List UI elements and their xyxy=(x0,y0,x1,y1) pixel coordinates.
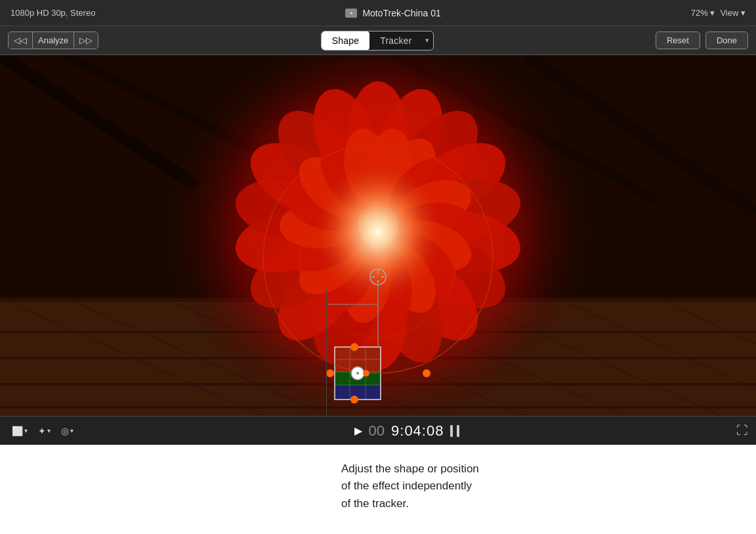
analyze-controls: ◁◁ Analyze ▷▷ xyxy=(8,31,98,49)
action-buttons: Reset Done xyxy=(656,31,748,49)
film-icon: ▪ xyxy=(345,9,357,18)
fullscreen-button[interactable]: ⛶ xyxy=(736,424,748,438)
magic-tool-button[interactable]: ✦ ▾ xyxy=(34,423,54,439)
top-bar: 1080p HD 30p, Stereo ▪ MotoTrek-China 01… xyxy=(0,0,756,26)
speed-icon: ◎ xyxy=(61,426,69,436)
tool-buttons: ⬜ ▾ ✦ ▾ ◎ ▾ xyxy=(8,423,77,439)
forward-button[interactable]: ▷▷ xyxy=(74,32,98,49)
tracker-tab-container: Tracker ▾ xyxy=(369,31,432,50)
speed-tool-button[interactable]: ◎ ▾ xyxy=(57,423,77,439)
tracker-chevron-icon: ▾ xyxy=(425,36,429,45)
format-label: 1080p HD 30p, Stereo xyxy=(10,8,95,18)
svg-point-78 xyxy=(423,369,430,377)
tracker-tab[interactable]: Tracker xyxy=(369,31,422,50)
timecode-display: 9:04:08 xyxy=(391,422,444,440)
shape-tracker-group: Shape Tracker ▾ xyxy=(321,31,434,51)
analyze-group: ◁◁ Analyze ▷▷ xyxy=(8,31,98,49)
pause-bar-2 xyxy=(457,425,459,437)
view-controls: 72% ▾ View ▾ xyxy=(691,8,746,18)
speed-chevron-icon: ▾ xyxy=(70,427,74,434)
reset-button[interactable]: Reset xyxy=(656,31,700,49)
crop-tool-button[interactable]: ⬜ ▾ xyxy=(8,423,32,439)
svg-point-77 xyxy=(350,343,358,351)
magic-icon: ✦ xyxy=(38,426,46,436)
rewind-button[interactable]: ◁◁ xyxy=(9,32,32,49)
toolbar: ◁◁ Analyze ▷▷ Shape Tracker ▾ Reset Done xyxy=(0,26,756,55)
fullscreen-icon: ⛶ xyxy=(736,424,748,437)
svg-point-79 xyxy=(326,369,334,377)
zoom-button[interactable]: 72% ▾ xyxy=(691,8,715,18)
timecode-prefix: 00 xyxy=(369,422,385,440)
video-background xyxy=(0,55,756,416)
magic-chevron-icon: ▾ xyxy=(47,427,51,434)
clip-title: MotoTrek-China 01 xyxy=(362,8,440,18)
svg-point-83 xyxy=(363,370,369,377)
caption-text: Adjust the shape or position of the effe… xyxy=(341,461,479,512)
title-area: ▪ MotoTrek-China 01 xyxy=(345,8,440,18)
view-button[interactable]: View ▾ xyxy=(720,8,746,18)
analyze-button[interactable]: Analyze xyxy=(32,32,74,49)
fullscreen-control: ⛶ xyxy=(736,424,748,438)
crop-chevron-icon: ▾ xyxy=(24,427,28,434)
svg-point-82 xyxy=(356,372,359,375)
shape-tab[interactable]: Shape xyxy=(322,31,369,50)
play-button[interactable]: ▶ xyxy=(354,424,362,437)
pause-button[interactable] xyxy=(450,425,459,437)
done-button[interactable]: Done xyxy=(705,31,748,49)
video-area xyxy=(0,55,756,416)
playback-controls: ▶ 00 9:04:08 xyxy=(85,422,728,440)
shape-tracker-controls: Shape Tracker ▾ xyxy=(321,31,434,51)
pause-bar-1 xyxy=(450,425,453,437)
svg-point-80 xyxy=(350,396,358,403)
crop-icon: ⬜ xyxy=(12,426,23,436)
playback-bar: ⬜ ▾ ✦ ▾ ◎ ▾ ▶ 00 9:04:08 ⛶ xyxy=(0,416,756,445)
caption-area: Adjust the shape or position of the effe… xyxy=(0,445,756,534)
